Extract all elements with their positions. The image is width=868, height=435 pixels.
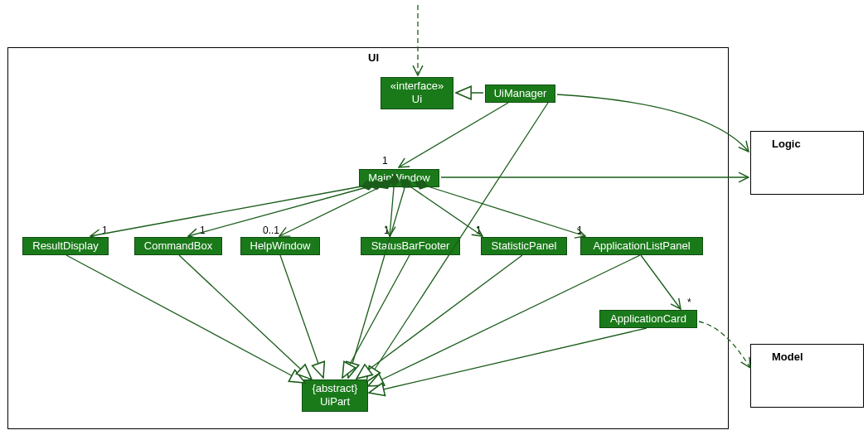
class-help-window: HelpWindow	[240, 237, 320, 255]
class-application-list-panel: ApplicationListPanel	[580, 237, 703, 255]
class-ui-interface-stereotype: «interface»	[386, 80, 448, 93]
class-command-box-name: CommandBox	[144, 239, 212, 252]
class-ui-interface-name: Ui	[386, 93, 448, 106]
class-command-box: CommandBox	[134, 237, 222, 255]
class-ui-part-stereotype: {abstract}	[308, 382, 362, 395]
class-ui-part-name: UiPart	[308, 395, 362, 408]
class-ui-interface: «interface» Ui	[381, 77, 453, 109]
mult-main-window: 1	[382, 155, 388, 167]
class-statistic-panel-name: StatisticPanel	[492, 239, 557, 252]
mult-command-box: 1	[200, 225, 206, 236]
mult-result-display: 1	[102, 225, 108, 236]
class-main-window: MainWindow	[359, 169, 439, 187]
package-model-label: Model	[772, 350, 803, 363]
class-main-window-name: MainWindow	[368, 172, 429, 184]
mult-help-window: 0..1	[263, 225, 279, 236]
class-application-card-name: ApplicationCard	[610, 312, 686, 325]
package-logic	[750, 131, 864, 195]
mult-status-bar-footer: 1	[384, 225, 390, 236]
class-statistic-panel: StatisticPanel	[481, 237, 567, 255]
class-result-display-name: ResultDisplay	[32, 239, 98, 252]
mult-application-list-panel: 1	[577, 225, 583, 236]
mult-application-card: *	[687, 297, 691, 308]
class-ui-manager: UiManager	[485, 85, 555, 103]
class-ui-part: {abstract} UiPart	[302, 379, 368, 412]
class-status-bar-footer-name: StatusBarFooter	[371, 239, 450, 252]
class-help-window-name: HelpWindow	[250, 239, 311, 252]
mult-statistic-panel: 1	[476, 225, 482, 236]
class-status-bar-footer: StatusBarFooter	[361, 237, 460, 255]
package-logic-label: Logic	[772, 138, 801, 150]
class-application-list-panel-name: ApplicationListPanel	[593, 239, 690, 252]
package-ui-label: UI	[368, 51, 379, 64]
class-application-card: ApplicationCard	[599, 310, 697, 328]
class-ui-manager-name: UiManager	[494, 87, 547, 99]
package-model	[750, 344, 864, 408]
class-result-display: ResultDisplay	[22, 237, 109, 255]
